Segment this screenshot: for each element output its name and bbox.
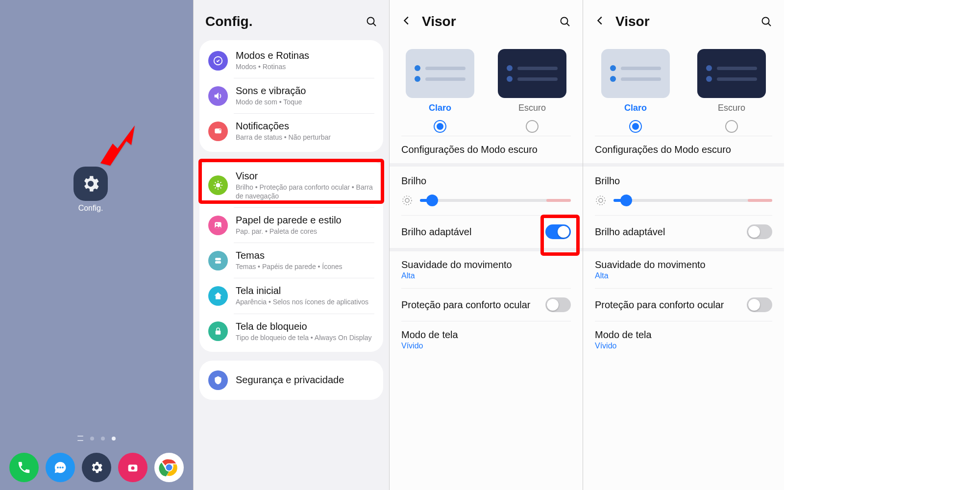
theme-option-dark[interactable]: Escuro bbox=[691, 49, 772, 133]
settings-row-modes[interactable]: Modos e RotinasModos • Rotinas bbox=[199, 43, 383, 78]
themes-icon bbox=[208, 251, 228, 270]
home-screen: Config. bbox=[0, 0, 194, 490]
settings-row-display[interactable]: VisorBrilho • Proteção para conforto ocu… bbox=[199, 164, 383, 207]
settings-row-wallpaper[interactable]: Papel de parede e estiloPap. par. • Pale… bbox=[199, 208, 383, 243]
dark-mode-settings-link[interactable]: Configurações do Modo escuro bbox=[583, 136, 784, 163]
search-button[interactable] bbox=[366, 16, 377, 27]
settings-app-icon[interactable]: Config. bbox=[74, 167, 108, 213]
phone-icon bbox=[17, 460, 31, 475]
adaptive-brightness-label: Brilho adaptável bbox=[595, 226, 665, 238]
theme-option-light[interactable]: Claro bbox=[595, 49, 676, 133]
settings-list-screen: Config. Modos e RotinasModos • Rotinas S… bbox=[194, 0, 390, 490]
radio-dark[interactable] bbox=[526, 120, 539, 133]
page-dot bbox=[101, 437, 105, 441]
screen-mode-item[interactable]: Modo de tela Vívido bbox=[390, 321, 583, 358]
brightness-slider[interactable] bbox=[613, 196, 772, 205]
svg-line-22 bbox=[220, 182, 221, 183]
notification-icon bbox=[208, 122, 228, 141]
svg-point-9 bbox=[368, 18, 374, 24]
phone-app[interactable] bbox=[9, 453, 39, 482]
dark-mode-settings-link[interactable]: Configurações do Modo escuro bbox=[390, 136, 583, 163]
row-subtitle: Modos • Rotinas bbox=[236, 62, 374, 71]
svg-point-5 bbox=[131, 466, 135, 470]
svg-line-10 bbox=[373, 24, 376, 26]
dark-theme-preview bbox=[697, 49, 766, 98]
adaptive-brightness-toggle[interactable] bbox=[747, 224, 772, 239]
brightness-low-icon bbox=[401, 195, 413, 206]
radio-light[interactable] bbox=[434, 120, 446, 133]
row-subtitle: Barra de status • Não perturbar bbox=[236, 133, 374, 142]
gear-icon bbox=[80, 173, 101, 194]
chevron-left-icon bbox=[595, 15, 606, 26]
svg-point-13 bbox=[220, 129, 221, 130]
row-subtitle: Temas • Papéis de parede • Ícones bbox=[236, 262, 374, 271]
theme-option-light[interactable]: Claro bbox=[401, 49, 479, 133]
page-indicator[interactable] bbox=[0, 436, 193, 441]
motion-smoothness-item[interactable]: Suavidade do movimento Alta bbox=[583, 251, 784, 288]
camera-icon bbox=[126, 461, 140, 474]
settings-row-sounds[interactable]: Sons e vibraçãoModo de som • Toque bbox=[199, 78, 383, 113]
row-subtitle: Aparência • Selos nos ícones de aplicati… bbox=[236, 297, 374, 306]
page-title: Visor bbox=[615, 14, 650, 29]
settings-row-themes[interactable]: TemasTemas • Papéis de parede • Ícones bbox=[199, 243, 383, 278]
row-title: Papel de parede e estilo bbox=[236, 215, 374, 226]
svg-rect-27 bbox=[216, 331, 221, 335]
search-icon bbox=[760, 16, 772, 27]
adaptive-brightness-toggle[interactable] bbox=[545, 224, 571, 239]
wallpaper-icon bbox=[208, 216, 228, 235]
radio-dark[interactable] bbox=[725, 120, 738, 133]
theme-label-dark: Escuro bbox=[691, 103, 772, 113]
search-button[interactable] bbox=[760, 16, 772, 27]
lock-icon bbox=[208, 321, 228, 341]
home-icon bbox=[208, 286, 228, 306]
back-button[interactable] bbox=[595, 15, 606, 28]
svg-point-31 bbox=[403, 196, 412, 205]
settings-row-lockscreen[interactable]: Tela de bloqueioTipo de bloqueio de tela… bbox=[199, 314, 383, 349]
row-title: Tela de bloqueio bbox=[236, 321, 374, 332]
settings-row-notifications[interactable]: NotificaçõesBarra de status • Não pertur… bbox=[199, 114, 383, 148]
security-icon bbox=[208, 370, 228, 390]
page-title: Config. bbox=[205, 14, 252, 29]
row-subtitle: Brilho • Proteção para conforto ocular •… bbox=[236, 183, 374, 200]
row-title: Temas bbox=[236, 250, 374, 261]
search-icon bbox=[559, 16, 571, 27]
row-title: Tela inicial bbox=[236, 285, 374, 296]
row-title: Notificações bbox=[236, 121, 374, 132]
search-button[interactable] bbox=[559, 16, 571, 27]
svg-point-34 bbox=[599, 198, 603, 202]
chrome-app[interactable] bbox=[154, 453, 184, 482]
eye-comfort-label: Proteção para conforto ocular bbox=[595, 299, 724, 311]
motion-smoothness-item[interactable]: Suavidade do movimento Alta bbox=[390, 251, 583, 288]
display-settings-screen-on: Visor Claro Escuro Configurações do Modo… bbox=[390, 0, 583, 490]
page-dot bbox=[90, 437, 94, 441]
settings-app-label: Config. bbox=[74, 204, 108, 213]
settings-row-home[interactable]: Tela inicialAparência • Selos nos ícones… bbox=[199, 278, 383, 313]
display-icon bbox=[208, 175, 228, 195]
adaptive-brightness-label: Brilho adaptável bbox=[401, 226, 471, 238]
message-icon bbox=[53, 460, 68, 475]
svg-rect-25 bbox=[215, 258, 221, 260]
svg-line-29 bbox=[567, 24, 569, 26]
camera-app[interactable] bbox=[118, 453, 147, 482]
brightness-slider[interactable] bbox=[420, 196, 571, 205]
screen-mode-item[interactable]: Modo de tela Vívido bbox=[583, 321, 784, 358]
settings-row-security[interactable]: Segurança e privacidade bbox=[199, 364, 383, 397]
row-title: Segurança e privacidade bbox=[236, 374, 374, 386]
dock bbox=[0, 453, 193, 482]
eye-comfort-toggle[interactable] bbox=[545, 297, 571, 312]
settings-dock-app[interactable] bbox=[82, 453, 111, 482]
sound-icon bbox=[208, 86, 228, 106]
svg-point-3 bbox=[62, 466, 64, 468]
svg-point-1 bbox=[57, 466, 59, 468]
radio-light[interactable] bbox=[629, 120, 642, 133]
messages-app[interactable] bbox=[46, 453, 75, 482]
theme-option-dark[interactable]: Escuro bbox=[493, 49, 571, 133]
eye-comfort-toggle[interactable] bbox=[747, 297, 772, 312]
theme-label-dark: Escuro bbox=[493, 103, 571, 113]
svg-line-33 bbox=[768, 24, 771, 26]
chrome-icon bbox=[158, 457, 180, 478]
modes-icon bbox=[208, 51, 228, 71]
light-theme-preview bbox=[601, 49, 670, 98]
back-button[interactable] bbox=[401, 15, 412, 28]
svg-marker-0 bbox=[100, 125, 135, 166]
